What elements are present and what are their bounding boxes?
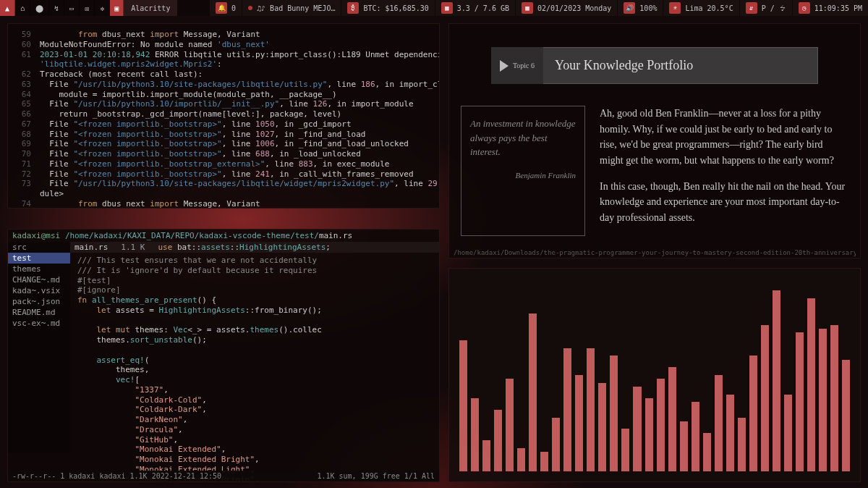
terminal-line: 73 File "/usr/lib/python3.10/site-packag…: [12, 179, 435, 189]
tab-filename: main.rs: [75, 243, 108, 252]
sidebar-item[interactable]: kada~.vsix: [8, 285, 70, 296]
topic-banner: Topic 6 Your Knowledge Portfolio: [491, 47, 818, 84]
memory-widget[interactable]: ▦3.3 / 7.6 GB: [435, 0, 515, 16]
sidebar-item[interactable]: vsc-ex~.md: [8, 318, 70, 329]
terminal-line: 74 from dbus_next import Message, Varian…: [12, 199, 435, 209]
terminal-line: 66 return _bootstrap._gcd_import(name[le…: [12, 109, 435, 119]
bitcoin-icon: ₿: [347, 2, 359, 14]
date-widget[interactable]: ▦02/01/2023 Monday: [515, 0, 617, 16]
app-icon[interactable]: ▣: [110, 0, 124, 16]
tab-filesize: 1.1 K: [121, 243, 145, 252]
sun-icon: ☀: [669, 2, 681, 14]
app-title: Alacritty: [124, 0, 177, 16]
terminal-traceback[interactable]: 59 from dbus_next import Message, Varian…: [7, 23, 440, 209]
file-sidebar[interactable]: srctestthemesCHANGE~.mdkada~.vsixpack~.j…: [8, 242, 70, 453]
code-line: let mut themes: Vec<_> = assets.themes()…: [77, 325, 419, 335]
wifi-icon: ⇵: [746, 2, 757, 14]
topic-number: Topic 6: [513, 62, 535, 70]
top-bar: ▲ ⌂ ⬤ ↯ ▭ ✉ ✲ ▣ Alacritty 🔔0 ♫♪ Bad Bunn…: [0, 0, 868, 16]
visualizer-bar: [587, 348, 595, 471]
volume-widget[interactable]: 🔊100%: [617, 0, 663, 16]
terminal-line: 67 File "<frozen importlib._bootstrap>",…: [12, 119, 435, 130]
play-icon: [248, 6, 252, 10]
visualizer-bar: [471, 398, 479, 471]
terminal-line: 71 File "<frozen importlib._bootstrap_ex…: [12, 159, 435, 169]
network-widget[interactable]: ⇵P / ⭍: [739, 0, 792, 16]
visualizer-bar: [807, 298, 815, 471]
code-line: "Coldark-Cold",: [77, 395, 419, 405]
status-left: -rw-r--r-- 1 kadaxi kadaxi 1.1K 2022-12-…: [12, 472, 221, 480]
status-right: 1.1K sum, 199G free 1/1 All: [317, 472, 435, 480]
visualizer-bar: [784, 395, 792, 471]
code-line: /// This test ensures that we are not ac…: [77, 256, 419, 266]
code-line: /// It is 'ignore'd by default because i…: [77, 266, 419, 276]
visualizer-bar: [494, 410, 502, 471]
notification-widget[interactable]: 🔔0: [209, 0, 242, 16]
gear-icon[interactable]: ✲: [95, 0, 110, 16]
code-line: "1337",: [77, 385, 419, 395]
terminal-line: 69 File "<frozen importlib._bootstrap>",…: [12, 139, 435, 149]
audio-visualizer: [448, 268, 861, 482]
visualizer-bar: [459, 340, 467, 471]
code-line: #[test]: [77, 276, 419, 286]
code-line: "Monokai Extended Bright",: [77, 455, 419, 465]
terminal-line: 63 File "/usr/lib/python3.10/site-packag…: [12, 80, 435, 90]
visualizer-bar: [715, 375, 723, 471]
visualizer-bar: [830, 325, 838, 471]
terminal-line: 64 module = importlib.import_module(modu…: [12, 90, 435, 100]
quote-author: Benjamin Franklin: [470, 169, 576, 182]
terminal-line: 60ModuleNotFoundError: No module named '…: [12, 40, 435, 50]
document-reader[interactable]: Topic 6 Your Knowledge Portfolio An inve…: [448, 23, 861, 258]
crypto-widget[interactable]: ₿BTC: $16,685.30: [341, 0, 434, 16]
chip-icon: ▦: [441, 2, 453, 14]
mail-icon[interactable]: ✉: [80, 0, 95, 16]
clock-icon: ◷: [799, 2, 810, 14]
code-line: fn all_themes_are_present() {: [77, 295, 419, 306]
sidebar-item[interactable]: CHANGE~.md: [8, 274, 70, 285]
sidebar-item[interactable]: test: [8, 253, 70, 264]
code-line: "Monokai Extended",: [77, 445, 419, 455]
sidebar-item[interactable]: README.md: [8, 307, 70, 318]
visualizer-bar: [749, 356, 757, 471]
clock-widget[interactable]: ◷11:09:35 PM: [792, 0, 868, 16]
bell-icon: 🔔: [216, 2, 227, 14]
weather-widget[interactable]: ☀Lima 20.5°C: [663, 0, 739, 16]
window-icon[interactable]: ▭: [64, 0, 80, 16]
pull-quote: An investment in knowledge always pays t…: [461, 106, 585, 236]
status-bar: -rw-r--r-- 1 kadaxi kadaxi 1.1K 2022-12-…: [8, 471, 439, 481]
terminal-line: 65 File "/usr/lib/python3.10/importlib/_…: [12, 99, 435, 109]
code-line: themes,: [77, 365, 419, 375]
terminal-line: 72 File "<frozen importlib._bootstrap>",…: [12, 169, 435, 180]
visualizer-bar: [575, 375, 583, 471]
arrow-icon[interactable]: ↯: [49, 0, 64, 16]
calendar-icon: ▦: [522, 2, 533, 14]
visualizer-bar: [692, 402, 699, 471]
visualizer-bar: [529, 314, 537, 471]
tab-code-preview: use bat::assets::HighlightingAssets;: [158, 243, 330, 252]
visualizer-bar: [540, 452, 548, 471]
sidebar-item[interactable]: src: [8, 242, 70, 253]
visualizer-bar: [645, 398, 653, 471]
code-line: "DarkNeon",: [77, 415, 419, 425]
code-line: "Coldark-Dark",: [77, 405, 419, 415]
prompt-line: kadaxi@msi /home/kadaxi/KAXI_DATA/REPO/k…: [8, 230, 439, 242]
visualizer-bar: [842, 360, 850, 471]
visualizer-bar: [657, 379, 665, 471]
terminal-ranger[interactable]: kadaxi@msi /home/kadaxi/KAXI_DATA/REPO/k…: [7, 229, 440, 482]
terminal-line: 70 File "<frozen importlib._bootstrap>",…: [12, 149, 435, 159]
launcher-icon[interactable]: ▲: [0, 0, 15, 16]
terminal-line: 612023-01-01 20:10:18,942 ERROR libqtile…: [12, 50, 435, 60]
terminal-line: 68 File "<frozen importlib._bootstrap>",…: [12, 130, 435, 140]
topic-title: Your Knowledge Portfolio: [543, 47, 818, 84]
sidebar-item[interactable]: pack~.json: [8, 296, 70, 307]
music-widget[interactable]: ♫♪ Bad Bunny MEJO…: [242, 0, 341, 16]
visualizer-bar: [726, 395, 734, 471]
quote-text: An investment in knowledge always pays t…: [470, 117, 576, 159]
home-icon[interactable]: ⌂: [15, 0, 30, 16]
terminal-line: 62Traceback (most recent call last):: [12, 70, 435, 80]
sidebar-item[interactable]: themes: [8, 264, 70, 274]
globe-icon[interactable]: ⬤: [30, 0, 49, 16]
code-line: let assets = HighlightingAssets::from_bi…: [77, 306, 419, 316]
code-line: vec![: [77, 375, 419, 385]
code-line: [77, 345, 419, 356]
